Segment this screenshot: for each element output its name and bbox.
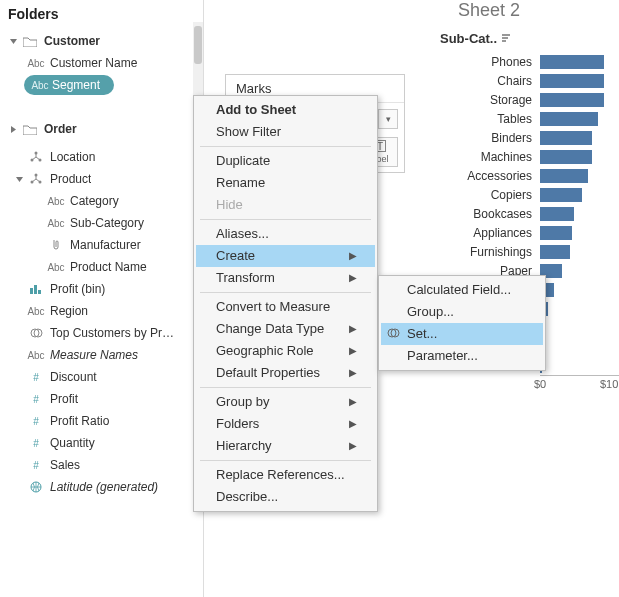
submenu-item[interactable]: Calculated Field... xyxy=(381,279,543,301)
abc-icon: Abc xyxy=(28,350,44,361)
field-label: Product Name xyxy=(70,260,147,274)
menu-item[interactable]: Aliases... xyxy=(196,223,375,245)
bar-label: Tables xyxy=(432,112,540,126)
field-label: Sub-Category xyxy=(70,216,144,230)
bar-row[interactable]: Binders xyxy=(432,128,619,147)
sheet-title: Sheet 2 xyxy=(432,0,619,29)
field-segment-selected[interactable]: Abc Segment xyxy=(0,74,203,96)
field-row[interactable]: AbcRegion xyxy=(0,300,203,322)
field-row[interactable]: AbcMeasure Names xyxy=(0,344,203,366)
field-row[interactable]: Top Customers by Pr… xyxy=(0,322,203,344)
menu-separator xyxy=(200,146,371,147)
tick-label: $10 xyxy=(600,378,618,390)
folder-customer[interactable]: Customer xyxy=(0,30,203,52)
abc-icon: Abc xyxy=(48,262,64,273)
scroll-thumb[interactable] xyxy=(194,26,202,64)
bar-row[interactable]: Chairs xyxy=(432,71,619,90)
bar-label: Accessories xyxy=(432,169,540,183)
folder-label: Order xyxy=(44,122,77,136)
field-row[interactable]: #Quantity xyxy=(0,432,203,454)
submenu-item[interactable]: Group... xyxy=(381,301,543,323)
bar xyxy=(540,55,604,69)
menu-item[interactable]: Replace References... xyxy=(196,464,375,486)
hierarchy-icon xyxy=(28,173,44,185)
menu-item[interactable]: Show Filter xyxy=(196,121,375,143)
menu-item[interactable]: Folders▶ xyxy=(196,413,375,435)
submenu-item[interactable]: Set... xyxy=(381,323,543,345)
field-customer-name[interactable]: Abc Customer Name xyxy=(0,52,203,74)
bar-row[interactable]: Copiers xyxy=(432,185,619,204)
bar-row[interactable]: Accessories xyxy=(432,166,619,185)
hash-icon: # xyxy=(28,372,44,383)
bar-row[interactable]: Tables xyxy=(432,109,619,128)
field-row[interactable]: Latitude (generated) xyxy=(0,476,203,498)
field-label: Quantity xyxy=(50,436,95,450)
menu-item[interactable]: Change Data Type▶ xyxy=(196,318,375,340)
menu-separator xyxy=(200,387,371,388)
field-location[interactable]: Location xyxy=(0,146,203,168)
chevron-right-icon: ▶ xyxy=(349,438,357,454)
menu-item-label: Describe... xyxy=(216,489,278,505)
menu-item[interactable]: Hierarchy▶ xyxy=(196,435,375,457)
field-row[interactable]: #Discount xyxy=(0,366,203,388)
menu-item-label: Hierarchy xyxy=(216,438,272,454)
bar-row[interactable]: Machines xyxy=(432,147,619,166)
menu-item-label: Group by xyxy=(216,394,269,410)
menu-item[interactable]: Add to Sheet xyxy=(196,99,375,121)
menu-item[interactable]: Duplicate xyxy=(196,150,375,172)
menu-item[interactable]: Describe... xyxy=(196,486,375,508)
bar-label: Copiers xyxy=(432,188,540,202)
bar-label: Phones xyxy=(432,55,540,69)
field-product-name[interactable]: Abc Product Name xyxy=(0,256,203,278)
field-row[interactable]: Profit (bin) xyxy=(0,278,203,300)
menu-item[interactable]: Geographic Role▶ xyxy=(196,340,375,362)
menu-item[interactable]: Convert to Measure xyxy=(196,296,375,318)
bar xyxy=(540,207,574,221)
field-label: Profit (bin) xyxy=(50,282,105,296)
menu-item-label: Create xyxy=(216,248,255,264)
field-row[interactable]: #Sales xyxy=(0,454,203,476)
menu-item: Hide xyxy=(196,194,375,216)
row-header[interactable]: Sub-Cat.. xyxy=(432,29,619,52)
field-category[interactable]: Abc Category xyxy=(0,190,203,212)
menu-item-label: Replace References... xyxy=(216,467,345,483)
bar xyxy=(540,131,592,145)
field-label: Measure Names xyxy=(50,348,138,362)
field-manufacturer[interactable]: Manufacturer xyxy=(0,234,203,256)
field-row[interactable]: #Profit xyxy=(0,388,203,410)
segment-pill[interactable]: Abc Segment xyxy=(24,75,114,95)
bar xyxy=(540,150,592,164)
menu-item[interactable]: Transform▶ xyxy=(196,267,375,289)
chevron-right-icon: ▶ xyxy=(349,248,357,264)
chevron-down-icon xyxy=(14,174,24,184)
bar xyxy=(540,74,604,88)
field-product[interactable]: Product xyxy=(0,168,203,190)
bar-row[interactable]: Bookcases xyxy=(432,204,619,223)
svg-rect-6 xyxy=(30,288,33,294)
menu-item[interactable]: Create▶ xyxy=(196,245,375,267)
set-icon xyxy=(28,328,44,338)
axis-header-label: Sub-Cat.. xyxy=(440,31,497,46)
bar-row[interactable]: Storage xyxy=(432,90,619,109)
submenu-item[interactable]: Parameter... xyxy=(381,345,543,367)
globe-icon xyxy=(28,481,44,493)
bar-row[interactable]: Phones xyxy=(432,52,619,71)
field-row[interactable]: #Profit Ratio xyxy=(0,410,203,432)
folder-order[interactable]: Order xyxy=(0,118,203,140)
bar-row[interactable]: Furnishings xyxy=(432,242,619,261)
field-subcategory[interactable]: Abc Sub-Category xyxy=(0,212,203,234)
bar xyxy=(540,245,570,259)
submenu-item-label: Calculated Field... xyxy=(407,282,511,298)
menu-item[interactable]: Default Properties▶ xyxy=(196,362,375,384)
mark-type-dropdown[interactable]: ▾ xyxy=(378,109,398,129)
menu-item[interactable]: Group by▶ xyxy=(196,391,375,413)
bar xyxy=(540,188,582,202)
menu-item-label: Aliases... xyxy=(216,226,269,242)
menu-item[interactable]: Rename xyxy=(196,172,375,194)
chevron-right-icon: ▶ xyxy=(349,321,357,337)
svg-rect-7 xyxy=(34,285,37,294)
hash-icon: # xyxy=(28,438,44,449)
abc-icon: Abc xyxy=(48,196,64,207)
bar-row[interactable]: Appliances xyxy=(432,223,619,242)
abc-icon: Abc xyxy=(28,58,44,69)
